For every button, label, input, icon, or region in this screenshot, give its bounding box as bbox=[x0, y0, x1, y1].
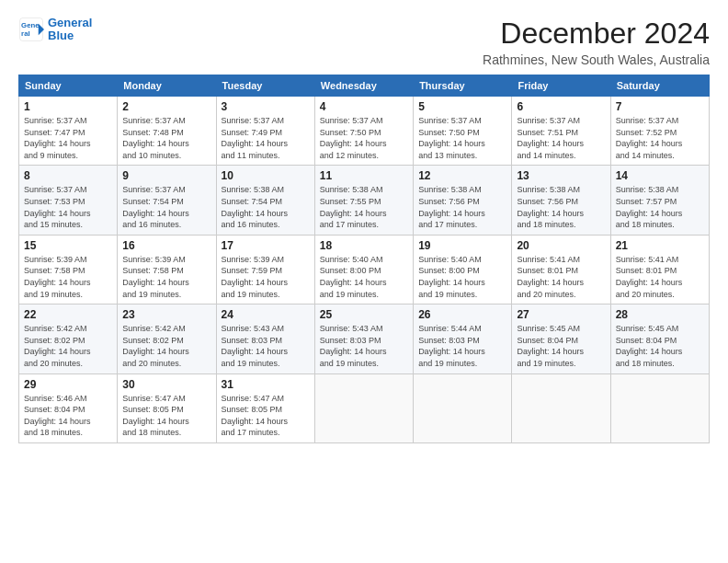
table-row: 29Sunrise: 5:46 AM Sunset: 8:04 PM Dayli… bbox=[19, 373, 118, 442]
day-number: 31 bbox=[222, 378, 310, 391]
table-row: 4Sunrise: 5:37 AM Sunset: 7:50 PM Daylig… bbox=[314, 97, 413, 166]
day-number: 18 bbox=[320, 239, 408, 252]
day-info: Sunrise: 5:45 AM Sunset: 8:04 PM Dayligh… bbox=[517, 323, 605, 369]
day-number: 25 bbox=[320, 308, 408, 321]
day-info: Sunrise: 5:38 AM Sunset: 7:57 PM Dayligh… bbox=[616, 184, 704, 230]
calendar-week-row: 29Sunrise: 5:46 AM Sunset: 8:04 PM Dayli… bbox=[19, 373, 710, 442]
logo-icon: Gene ral bbox=[18, 17, 44, 42]
day-number: 1 bbox=[24, 100, 112, 113]
day-info: Sunrise: 5:37 AM Sunset: 7:50 PM Dayligh… bbox=[418, 115, 506, 161]
day-info: Sunrise: 5:37 AM Sunset: 7:49 PM Dayligh… bbox=[222, 115, 310, 161]
day-number: 4 bbox=[320, 100, 408, 113]
day-number: 7 bbox=[616, 100, 704, 113]
table-row: 30Sunrise: 5:47 AM Sunset: 8:05 PM Dayli… bbox=[118, 373, 216, 442]
day-info: Sunrise: 5:39 AM Sunset: 7:58 PM Dayligh… bbox=[122, 254, 210, 300]
logo-text: General Blue bbox=[48, 17, 92, 43]
header-sunday: Sunday bbox=[19, 75, 118, 97]
table-row: 3Sunrise: 5:37 AM Sunset: 7:49 PM Daylig… bbox=[216, 97, 314, 166]
table-row bbox=[414, 373, 512, 442]
table-row bbox=[512, 373, 610, 442]
day-info: Sunrise: 5:37 AM Sunset: 7:52 PM Dayligh… bbox=[616, 115, 704, 161]
table-row: 20Sunrise: 5:41 AM Sunset: 8:01 PM Dayli… bbox=[512, 235, 610, 304]
calendar-week-row: 22Sunrise: 5:42 AM Sunset: 8:02 PM Dayli… bbox=[19, 304, 710, 373]
day-info: Sunrise: 5:42 AM Sunset: 8:02 PM Dayligh… bbox=[122, 323, 210, 369]
header: Gene ral General Blue December 2024 Rath… bbox=[18, 17, 710, 67]
day-info: Sunrise: 5:37 AM Sunset: 7:47 PM Dayligh… bbox=[24, 115, 112, 161]
calendar-week-row: 8Sunrise: 5:37 AM Sunset: 7:53 PM Daylig… bbox=[19, 166, 710, 235]
day-number: 20 bbox=[517, 239, 605, 252]
day-number: 12 bbox=[418, 169, 506, 182]
day-info: Sunrise: 5:38 AM Sunset: 7:56 PM Dayligh… bbox=[517, 184, 605, 230]
header-thursday: Thursday bbox=[414, 75, 512, 97]
day-number: 16 bbox=[122, 239, 210, 252]
header-saturday: Saturday bbox=[610, 75, 709, 97]
table-row: 22Sunrise: 5:42 AM Sunset: 8:02 PM Dayli… bbox=[19, 304, 118, 373]
table-row: 27Sunrise: 5:45 AM Sunset: 8:04 PM Dayli… bbox=[512, 304, 610, 373]
day-number: 10 bbox=[222, 169, 310, 182]
table-row: 23Sunrise: 5:42 AM Sunset: 8:02 PM Dayli… bbox=[118, 304, 216, 373]
day-number: 23 bbox=[122, 308, 210, 321]
day-info: Sunrise: 5:37 AM Sunset: 7:54 PM Dayligh… bbox=[122, 184, 210, 230]
day-info: Sunrise: 5:40 AM Sunset: 8:00 PM Dayligh… bbox=[418, 254, 506, 300]
header-tuesday: Tuesday bbox=[216, 75, 314, 97]
svg-text:ral: ral bbox=[21, 29, 30, 38]
day-number: 27 bbox=[517, 308, 605, 321]
day-number: 29 bbox=[24, 378, 112, 391]
day-number: 5 bbox=[418, 100, 506, 113]
day-info: Sunrise: 5:41 AM Sunset: 8:01 PM Dayligh… bbox=[517, 254, 605, 300]
table-row: 16Sunrise: 5:39 AM Sunset: 7:58 PM Dayli… bbox=[118, 235, 216, 304]
day-number: 17 bbox=[222, 239, 310, 252]
day-number: 11 bbox=[320, 169, 408, 182]
day-info: Sunrise: 5:37 AM Sunset: 7:51 PM Dayligh… bbox=[517, 115, 605, 161]
table-row: 12Sunrise: 5:38 AM Sunset: 7:56 PM Dayli… bbox=[414, 166, 512, 235]
table-row: 21Sunrise: 5:41 AM Sunset: 8:01 PM Dayli… bbox=[610, 235, 709, 304]
table-row: 5Sunrise: 5:37 AM Sunset: 7:50 PM Daylig… bbox=[414, 97, 512, 166]
day-info: Sunrise: 5:38 AM Sunset: 7:55 PM Dayligh… bbox=[320, 184, 408, 230]
header-friday: Friday bbox=[512, 75, 610, 97]
table-row bbox=[314, 373, 413, 442]
day-info: Sunrise: 5:40 AM Sunset: 8:00 PM Dayligh… bbox=[320, 254, 408, 300]
day-number: 30 bbox=[122, 378, 210, 391]
table-row: 14Sunrise: 5:38 AM Sunset: 7:57 PM Dayli… bbox=[610, 166, 709, 235]
day-info: Sunrise: 5:37 AM Sunset: 7:53 PM Dayligh… bbox=[24, 184, 112, 230]
day-info: Sunrise: 5:47 AM Sunset: 8:05 PM Dayligh… bbox=[122, 393, 210, 439]
day-info: Sunrise: 5:39 AM Sunset: 7:59 PM Dayligh… bbox=[222, 254, 310, 300]
header-wednesday: Wednesday bbox=[314, 75, 413, 97]
calendar: Sunday Monday Tuesday Wednesday Thursday… bbox=[18, 75, 710, 443]
table-row: 19Sunrise: 5:40 AM Sunset: 8:00 PM Dayli… bbox=[414, 235, 512, 304]
day-info: Sunrise: 5:39 AM Sunset: 7:58 PM Dayligh… bbox=[24, 254, 112, 300]
page: Gene ral General Blue December 2024 Rath… bbox=[0, 0, 728, 563]
day-number: 9 bbox=[122, 169, 210, 182]
day-number: 28 bbox=[616, 308, 704, 321]
table-row: 1Sunrise: 5:37 AM Sunset: 7:47 PM Daylig… bbox=[19, 97, 118, 166]
logo: Gene ral General Blue bbox=[18, 17, 92, 43]
subtitle: Rathmines, New South Wales, Australia bbox=[483, 52, 710, 67]
day-number: 21 bbox=[616, 239, 704, 252]
main-title: December 2024 bbox=[483, 17, 710, 51]
table-row: 6Sunrise: 5:37 AM Sunset: 7:51 PM Daylig… bbox=[512, 97, 610, 166]
table-row: 17Sunrise: 5:39 AM Sunset: 7:59 PM Dayli… bbox=[216, 235, 314, 304]
day-number: 26 bbox=[418, 308, 506, 321]
day-info: Sunrise: 5:46 AM Sunset: 8:04 PM Dayligh… bbox=[24, 393, 112, 439]
day-number: 6 bbox=[517, 100, 605, 113]
day-info: Sunrise: 5:43 AM Sunset: 8:03 PM Dayligh… bbox=[222, 323, 310, 369]
table-row: 25Sunrise: 5:43 AM Sunset: 8:03 PM Dayli… bbox=[314, 304, 413, 373]
calendar-week-row: 1Sunrise: 5:37 AM Sunset: 7:47 PM Daylig… bbox=[19, 97, 710, 166]
table-row: 7Sunrise: 5:37 AM Sunset: 7:52 PM Daylig… bbox=[610, 97, 709, 166]
table-row: 28Sunrise: 5:45 AM Sunset: 8:04 PM Dayli… bbox=[610, 304, 709, 373]
day-number: 14 bbox=[616, 169, 704, 182]
day-info: Sunrise: 5:37 AM Sunset: 7:48 PM Dayligh… bbox=[122, 115, 210, 161]
table-row: 18Sunrise: 5:40 AM Sunset: 8:00 PM Dayli… bbox=[314, 235, 413, 304]
table-row: 10Sunrise: 5:38 AM Sunset: 7:54 PM Dayli… bbox=[216, 166, 314, 235]
day-info: Sunrise: 5:43 AM Sunset: 8:03 PM Dayligh… bbox=[320, 323, 408, 369]
day-number: 2 bbox=[122, 100, 210, 113]
table-row: 24Sunrise: 5:43 AM Sunset: 8:03 PM Dayli… bbox=[216, 304, 314, 373]
table-row: 31Sunrise: 5:47 AM Sunset: 8:05 PM Dayli… bbox=[216, 373, 314, 442]
table-row: 11Sunrise: 5:38 AM Sunset: 7:55 PM Dayli… bbox=[314, 166, 413, 235]
table-row bbox=[610, 373, 709, 442]
title-area: December 2024 Rathmines, New South Wales… bbox=[483, 17, 710, 67]
day-number: 3 bbox=[222, 100, 310, 113]
day-info: Sunrise: 5:41 AM Sunset: 8:01 PM Dayligh… bbox=[616, 254, 704, 300]
day-number: 19 bbox=[418, 239, 506, 252]
day-number: 24 bbox=[222, 308, 310, 321]
